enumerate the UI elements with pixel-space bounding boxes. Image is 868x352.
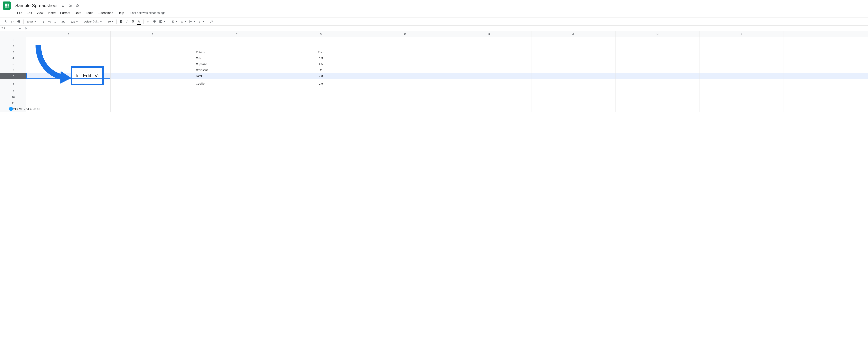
cell-J1[interactable] — [784, 37, 868, 43]
cell-H5[interactable] — [616, 61, 700, 67]
cell-E2[interactable] — [363, 43, 447, 49]
column-header-D[interactable]: D — [279, 31, 363, 37]
cell-J4[interactable] — [784, 55, 868, 61]
formula-bar-input[interactable] — [30, 26, 868, 31]
cell-D2[interactable] — [279, 43, 363, 49]
cell-C10[interactable] — [195, 94, 279, 100]
merge-cells-dropdown[interactable] — [158, 19, 166, 24]
bold-button[interactable]: B — [119, 19, 124, 24]
star-icon[interactable] — [61, 3, 65, 8]
cell-E9[interactable] — [363, 88, 447, 94]
row-header-8[interactable]: 8 — [0, 79, 26, 88]
cell-G3[interactable] — [531, 49, 616, 55]
print-button[interactable] — [16, 19, 22, 24]
cell-C8[interactable]: Cookie — [195, 79, 279, 88]
column-header-G[interactable]: G — [531, 31, 616, 37]
cell-E3[interactable] — [363, 49, 447, 55]
text-rotation-dropdown[interactable] — [197, 19, 205, 24]
cell-G6[interactable] — [531, 67, 616, 73]
strikethrough-button[interactable]: S — [130, 19, 135, 24]
cell-G12[interactable] — [531, 106, 616, 112]
last-edit-link[interactable]: Last edit was seconds ago — [130, 11, 165, 15]
cell-B6[interactable] — [111, 67, 195, 73]
column-header-E[interactable]: E — [363, 31, 447, 37]
cell-H2[interactable] — [616, 43, 700, 49]
font-size-dropdown[interactable]: 10 — [107, 19, 115, 24]
menu-format[interactable]: Format — [58, 10, 72, 15]
fill-color-button[interactable] — [146, 19, 151, 24]
cell-I2[interactable] — [700, 43, 784, 49]
cell-H6[interactable] — [616, 67, 700, 73]
row-header-10[interactable]: 10 — [0, 94, 26, 100]
vertical-align-dropdown[interactable] — [179, 19, 187, 24]
cell-B11[interactable] — [111, 100, 195, 106]
cell-J7[interactable] — [784, 73, 868, 79]
text-color-button[interactable]: A — [136, 19, 142, 24]
menu-help[interactable]: Help — [115, 10, 126, 15]
cell-H10[interactable] — [616, 94, 700, 100]
borders-button[interactable] — [152, 19, 157, 24]
column-header-A[interactable]: A — [26, 31, 111, 37]
cell-D10[interactable] — [279, 94, 363, 100]
cell-D9[interactable] — [279, 88, 363, 94]
cell-F4[interactable] — [447, 55, 531, 61]
cell-B8[interactable] — [111, 79, 195, 88]
undo-button[interactable] — [3, 19, 9, 24]
cell-D3[interactable]: Price — [279, 49, 363, 55]
cell-A10[interactable] — [26, 94, 111, 100]
cell-A2[interactable] — [26, 43, 111, 49]
row-header-9[interactable]: 9 — [0, 88, 26, 94]
cell-B10[interactable] — [111, 94, 195, 100]
cell-J9[interactable] — [784, 88, 868, 94]
document-title[interactable]: Sample Spreadsheet — [15, 3, 58, 8]
cell-G2[interactable] — [531, 43, 616, 49]
cell-A11[interactable] — [26, 100, 111, 106]
cell-H11[interactable] — [616, 100, 700, 106]
cell-B5[interactable] — [111, 61, 195, 67]
cell-I5[interactable] — [700, 61, 784, 67]
cell-G11[interactable] — [531, 100, 616, 106]
cell-F10[interactable] — [447, 94, 531, 100]
menu-tools[interactable]: Tools — [84, 10, 96, 15]
cell-E6[interactable] — [363, 67, 447, 73]
text-wrap-dropdown[interactable] — [188, 19, 196, 24]
cell-I9[interactable] — [700, 88, 784, 94]
cell-A3[interactable] — [26, 49, 111, 55]
column-header-C[interactable]: C — [195, 31, 279, 37]
cell-F11[interactable] — [447, 100, 531, 106]
menu-insert[interactable]: Insert — [45, 10, 58, 15]
cell-H9[interactable] — [616, 88, 700, 94]
cell-H12[interactable] — [616, 106, 700, 112]
cell-I1[interactable] — [700, 37, 784, 43]
menu-extensions[interactable]: Extensions — [95, 10, 115, 15]
cell-B1[interactable] — [111, 37, 195, 43]
font-family-dropdown[interactable]: Default (Ari... — [83, 19, 103, 24]
cell-E1[interactable] — [363, 37, 447, 43]
cell-G7[interactable] — [531, 73, 616, 79]
cell-A1[interactable] — [26, 37, 111, 43]
cell-F2[interactable] — [447, 43, 531, 49]
cell-H1[interactable] — [616, 37, 700, 43]
cell-I6[interactable] — [700, 67, 784, 73]
cell-G9[interactable] — [531, 88, 616, 94]
format-percent-button[interactable]: % — [47, 19, 52, 24]
cell-G10[interactable] — [531, 94, 616, 100]
cell-D4[interactable]: 1.3 — [279, 55, 363, 61]
column-header-B[interactable]: B — [111, 31, 195, 37]
cell-J12[interactable] — [784, 106, 868, 112]
cell-H8[interactable] — [616, 79, 700, 88]
cell-D12[interactable] — [279, 106, 363, 112]
name-box[interactable]: 7:7 — [0, 26, 22, 31]
cell-F5[interactable] — [447, 61, 531, 67]
cell-F1[interactable] — [447, 37, 531, 43]
cell-J6[interactable] — [784, 67, 868, 73]
cell-A7[interactable] — [26, 73, 111, 79]
cell-C11[interactable] — [195, 100, 279, 106]
cell-D7[interactable]: 7.3 — [279, 73, 363, 79]
sheets-app-icon[interactable] — [3, 1, 11, 10]
cell-E12[interactable] — [363, 106, 447, 112]
column-header-H[interactable]: H — [616, 31, 700, 37]
cell-D8[interactable]: 1.5 — [279, 79, 363, 88]
cell-G5[interactable] — [531, 61, 616, 67]
cell-I3[interactable] — [700, 49, 784, 55]
